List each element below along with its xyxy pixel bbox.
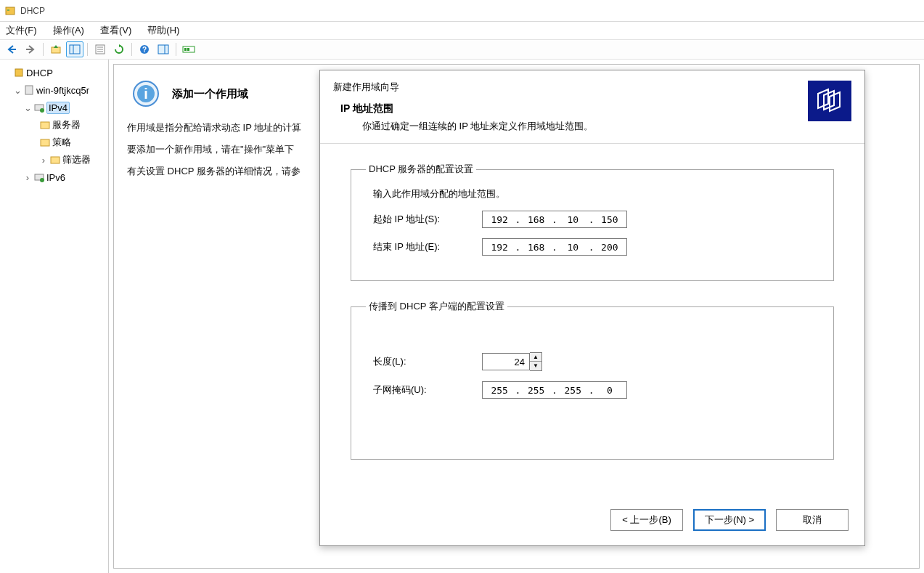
tree-policies-label: 策略 xyxy=(52,136,71,149)
group-client-settings: 传播到 DHCP 客户端的配置设置 长度(L): ▲ ▼ 子网掩码(U): . xyxy=(351,300,834,460)
twisty-closed-icon[interactable]: › xyxy=(23,172,32,183)
end-ip-label: 结束 IP 地址(E): xyxy=(373,240,482,253)
svg-rect-15 xyxy=(187,48,189,51)
policies-icon xyxy=(39,137,51,148)
mask-oct4[interactable] xyxy=(597,384,622,397)
mask-input[interactable]: . . . xyxy=(482,381,627,399)
menu-file[interactable]: 文件(F) xyxy=(4,23,38,38)
row-end-ip: 结束 IP 地址(E): . . . xyxy=(373,238,819,256)
console-tree-icon[interactable] xyxy=(66,41,83,57)
tree-filters[interactable]: › 筛选器 xyxy=(39,153,108,167)
help-icon[interactable]: ? xyxy=(136,41,153,57)
svg-rect-0 xyxy=(6,7,15,15)
group1-legend: DHCP 服务器的配置设置 xyxy=(366,163,476,176)
tree-server[interactable]: ⌄ win-9ftjkcq5r xyxy=(13,83,108,97)
dhcp-root-icon xyxy=(13,67,25,78)
menubar: 文件(F) 操作(A) 查看(V) 帮助(H) xyxy=(0,22,924,39)
start-ip-input[interactable]: . . . xyxy=(482,211,627,228)
back-button[interactable]: < 上一步(B) xyxy=(610,509,683,531)
start-ip-oct2[interactable] xyxy=(524,214,549,226)
toolbar-separator xyxy=(87,43,88,56)
toolbar-separator xyxy=(176,43,176,56)
group1-note: 输入此作用域分配的地址范围。 xyxy=(373,187,819,200)
tree-ipv6[interactable]: › IPv6 xyxy=(23,170,108,184)
svg-rect-3 xyxy=(70,45,80,54)
info-icon: i xyxy=(131,79,160,108)
tree-filters-label: 筛选器 xyxy=(62,153,91,166)
start-ip-oct4[interactable] xyxy=(597,214,622,226)
window-title: DHCP xyxy=(20,6,45,16)
nav-forward-icon[interactable] xyxy=(22,41,39,57)
tree-server-options-label: 服务器 xyxy=(52,118,81,131)
tree-ipv4-label: IPv4 xyxy=(46,102,70,114)
refresh-icon[interactable] xyxy=(110,41,128,57)
start-ip-oct1[interactable] xyxy=(487,214,512,226)
svg-point-24 xyxy=(40,178,44,182)
mask-oct2[interactable] xyxy=(524,384,549,397)
wizard-header: 新建作用域向导 IP 地址范围 你通过确定一组连续的 IP 地址来定义作用域地址… xyxy=(320,70,864,144)
dhcp-manage-icon[interactable] xyxy=(180,41,197,57)
menu-view[interactable]: 查看(V) xyxy=(99,23,133,38)
tree-root[interactable]: DHCP xyxy=(3,65,108,80)
svg-rect-16 xyxy=(15,69,23,76)
twisty-open-icon[interactable]: ⌄ xyxy=(13,85,22,96)
length-label: 长度(L): xyxy=(373,355,482,368)
ipv4-icon xyxy=(33,102,45,113)
ipv6-icon xyxy=(33,171,45,183)
wizard-buttons: < 上一步(B) 下一步(N) > 取消 xyxy=(320,499,864,545)
svg-rect-2 xyxy=(52,47,60,53)
tree-ipv4[interactable]: ⌄ IPv4 xyxy=(23,100,108,115)
start-ip-oct3[interactable] xyxy=(560,214,585,226)
spin-up-icon[interactable]: ▲ xyxy=(530,353,541,362)
mask-label: 子网掩码(U): xyxy=(373,383,482,397)
wizard-body: DHCP 服务器的配置设置 输入此作用域分配的地址范围。 起始 IP 地址(S)… xyxy=(320,144,864,499)
group-server-settings: DHCP 服务器的配置设置 输入此作用域分配的地址范围。 起始 IP 地址(S)… xyxy=(351,163,834,281)
menu-action[interactable]: 操作(A) xyxy=(52,23,86,38)
toolbar: ? xyxy=(0,39,924,60)
menu-help[interactable]: 帮助(H) xyxy=(146,23,181,38)
svg-text:?: ? xyxy=(142,46,147,54)
svg-rect-14 xyxy=(184,48,187,51)
tree-policies[interactable]: 策略 xyxy=(39,135,108,150)
wizard-heading: IP 地址范围 xyxy=(340,102,808,115)
length-spinner: ▲ ▼ xyxy=(530,352,542,371)
mask-oct1[interactable] xyxy=(487,384,512,397)
twisty-closed-icon[interactable]: › xyxy=(39,155,48,166)
spin-down-icon[interactable]: ▼ xyxy=(530,362,541,370)
tree-server-options[interactable]: 服务器 xyxy=(39,118,108,132)
options-icon xyxy=(39,119,51,131)
svg-rect-22 xyxy=(51,157,60,163)
svg-rect-21 xyxy=(41,139,49,146)
filters-icon xyxy=(49,154,61,166)
group2-legend: 传播到 DHCP 客户端的配置设置 xyxy=(366,300,507,313)
tree-server-label: win-9ftjkcq5r xyxy=(36,85,89,96)
toolbar-separator xyxy=(131,43,132,56)
titlebar: DHCP xyxy=(0,0,924,22)
row-start-ip: 起始 IP 地址(S): . . . xyxy=(373,211,819,228)
action-pane-icon[interactable] xyxy=(155,41,172,57)
twisty-open-icon[interactable]: ⌄ xyxy=(23,102,32,113)
row-mask: 子网掩码(U): . . . xyxy=(373,381,819,399)
end-ip-oct4[interactable] xyxy=(597,241,622,253)
next-button[interactable]: 下一步(N) > xyxy=(693,509,766,531)
cancel-button[interactable]: 取消 xyxy=(776,509,849,531)
row-length: 长度(L): ▲ ▼ xyxy=(373,352,819,371)
app-icon xyxy=(4,5,16,17)
nav-back-icon[interactable] xyxy=(3,41,20,57)
mask-oct3[interactable] xyxy=(560,384,585,397)
svg-rect-20 xyxy=(41,122,49,129)
end-ip-input[interactable]: . . . xyxy=(482,238,627,256)
end-ip-oct1[interactable] xyxy=(487,241,512,253)
content-title: 添加一个作用域 xyxy=(172,87,248,101)
wizard-banner-icon xyxy=(808,81,851,121)
end-ip-oct3[interactable] xyxy=(560,241,585,253)
length-input[interactable] xyxy=(482,353,530,370)
end-ip-oct2[interactable] xyxy=(524,241,549,253)
folder-up-icon[interactable] xyxy=(47,41,65,57)
properties-icon[interactable] xyxy=(91,41,109,57)
svg-rect-1 xyxy=(7,9,9,11)
svg-rect-11 xyxy=(158,45,168,54)
svg-rect-17 xyxy=(25,86,33,94)
server-icon xyxy=(23,84,35,96)
tree-ipv6-label: IPv6 xyxy=(46,172,65,183)
